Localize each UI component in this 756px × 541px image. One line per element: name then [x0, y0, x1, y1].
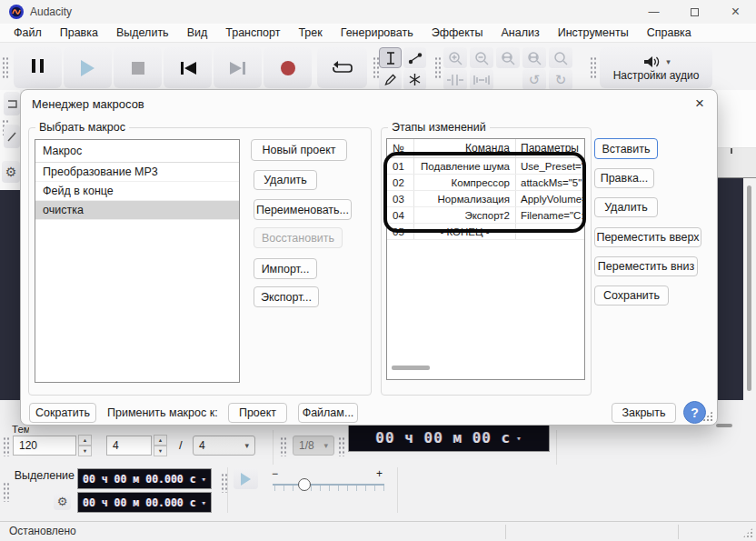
spin-up-icon[interactable]: ▲	[154, 435, 167, 446]
time-toolbar-grip[interactable]	[338, 436, 345, 456]
play-at-speed-toolbar-grip[interactable]	[221, 473, 228, 493]
list-item[interactable]: Преобразование MP3	[35, 163, 239, 182]
menu-tracks[interactable]: Трек	[289, 24, 331, 43]
menu-transport[interactable]: Транспорт	[216, 24, 289, 43]
insert-step-button[interactable]: Вставить	[594, 138, 658, 159]
toolbar-fragment-button-2[interactable]	[4, 125, 20, 148]
note-value-dropdown[interactable]: 4 ▾	[193, 436, 255, 456]
tempo-input[interactable]: 120	[13, 436, 76, 456]
time-signature-toolbar-grip[interactable]	[3, 436, 10, 456]
dialog-close-button[interactable]: ×	[690, 94, 710, 114]
new-macro-button[interactable]: Новый проект	[251, 139, 347, 161]
macro-list-header[interactable]: Макрос	[35, 140, 239, 163]
chevron-down-icon[interactable]: ▾	[202, 498, 206, 507]
apply-to-files-button[interactable]: Файлам...	[298, 403, 358, 423]
menu-view[interactable]: Вид	[178, 24, 217, 43]
multi-tool-button[interactable]	[403, 69, 426, 90]
skip-to-start-button[interactable]	[164, 47, 212, 88]
delete-macro-button[interactable]: Удалить	[254, 170, 317, 190]
audio-settings-button[interactable]: ▾ Настройки аудио	[600, 47, 712, 88]
toolbar-fragment-button[interactable]	[4, 92, 20, 115]
undo-button[interactable]: ↺	[522, 69, 546, 90]
table-hscrollbar-thumb[interactable]	[392, 366, 430, 370]
spin-down-icon[interactable]: ▼	[78, 446, 92, 456]
export-macro-button[interactable]: Экспорт...	[254, 286, 319, 307]
save-macro-button[interactable]: Сохранить	[594, 286, 669, 306]
play-at-speed-button[interactable]	[234, 468, 258, 489]
snap-dropdown[interactable]: 1/8 ▾	[293, 436, 334, 456]
stop-button[interactable]	[114, 47, 162, 88]
help-button[interactable]: ?	[683, 401, 706, 424]
selection-tool-button[interactable]	[379, 47, 402, 68]
restore-macro-button[interactable]: Восстановить	[254, 227, 343, 248]
menu-analyze[interactable]: Анализ	[492, 24, 549, 43]
rename-macro-button[interactable]: Переименовать...	[254, 199, 352, 220]
effects-gear-button[interactable]: ⚙	[2, 161, 20, 183]
list-item[interactable]: Фейд в конце	[35, 182, 239, 201]
loop-button[interactable]	[317, 47, 367, 88]
speed-plus-label: +	[376, 467, 383, 480]
draw-tool-button[interactable]	[379, 69, 402, 90]
menu-effect[interactable]: Эффекты	[423, 24, 492, 43]
redo-button[interactable]: ↻	[549, 69, 572, 90]
pause-button[interactable]	[14, 47, 62, 88]
audio-position-display[interactable]: 00 ч 00 м 00 с ▾	[348, 424, 550, 452]
envelope-tool-button[interactable]	[403, 47, 426, 68]
gear-icon: ⚙	[57, 495, 68, 508]
chevron-down-icon[interactable]: ▾	[202, 475, 206, 484]
selection-options-button[interactable]: ⚙	[54, 493, 71, 510]
trim-audio-button[interactable]	[443, 69, 467, 90]
selection-end-display[interactable]: 00 ч 00 м 00.000 с ▾	[77, 492, 212, 513]
beats-spinner[interactable]: ▲▼	[154, 435, 167, 456]
delete-step-button[interactable]: Удалить	[594, 197, 658, 217]
menu-generate[interactable]: Генерировать	[332, 24, 423, 43]
transport-toolbar-grip[interactable]	[2, 56, 9, 80]
silence-audio-button[interactable]	[470, 69, 493, 90]
selection-toolbar-grip[interactable]	[3, 482, 10, 502]
speed-slider-thumb[interactable]	[298, 478, 311, 491]
beats-input[interactable]: 4	[106, 436, 152, 456]
statusbar-separator	[505, 525, 506, 539]
menu-help[interactable]: Справка	[638, 24, 701, 43]
move-up-button[interactable]: Переместить вверх	[594, 227, 701, 247]
selection-start-display[interactable]: 00 ч 00 м 00.000 с ▾	[77, 468, 212, 489]
audio-setup-toolbar-grip[interactable]	[590, 56, 597, 80]
menu-tools[interactable]: Инструменты	[549, 24, 638, 43]
vertical-scrollbar-thumb[interactable]	[747, 185, 751, 391]
minimize-button[interactable]: —	[633, 0, 674, 24]
list-item-selected[interactable]: очистка	[35, 201, 239, 220]
audio-position-value: 00 ч 00 м 00 с	[375, 429, 511, 446]
close-button[interactable]: ×	[715, 0, 756, 24]
zoom-toggle-button[interactable]	[549, 47, 572, 68]
fit-selection-button[interactable]	[496, 47, 520, 68]
move-down-button[interactable]: Переместить вниз	[594, 256, 698, 276]
edit-toolbar-grip[interactable]	[434, 56, 442, 80]
shrink-button[interactable]: Сократить	[29, 403, 96, 423]
spin-up-icon[interactable]: ▲	[78, 435, 92, 446]
horizontal-scrollbar-thumb[interactable]	[716, 424, 732, 427]
apply-to-project-button[interactable]: Проект	[228, 403, 287, 423]
macro-list[interactable]: Макрос Преобразование MP3 Фейд в конце о…	[35, 139, 240, 383]
audio-settings-label: Настройки аудио	[613, 69, 700, 82]
vertical-scrollbar[interactable]	[743, 178, 756, 400]
play-button[interactable]	[64, 47, 112, 88]
snapping-toolbar-grip[interactable]	[280, 436, 287, 456]
zoom-in-button[interactable]	[443, 47, 467, 68]
fit-project-button[interactable]	[522, 47, 546, 68]
loop-icon	[331, 59, 354, 77]
edit-step-button[interactable]: Правка...	[594, 168, 654, 188]
maximize-button[interactable]	[674, 0, 715, 24]
menu-edit[interactable]: Правка	[51, 24, 107, 43]
timeline-ruler[interactable]	[716, 148, 756, 178]
skip-to-end-button[interactable]	[214, 47, 262, 88]
record-button[interactable]	[264, 47, 312, 88]
import-macro-button[interactable]: Импорт...	[254, 258, 317, 279]
window-resize-grip[interactable]	[742, 527, 753, 538]
spin-down-icon[interactable]: ▼	[154, 446, 167, 456]
zoom-out-button[interactable]	[470, 47, 493, 68]
close-dialog-button[interactable]: Закрыть	[612, 403, 676, 423]
menu-file[interactable]: Файл	[5, 24, 51, 43]
chevron-down-icon[interactable]: ▾	[516, 434, 522, 443]
menu-select[interactable]: Выделить	[107, 24, 178, 43]
tempo-spinner[interactable]: ▲▼	[78, 435, 92, 456]
